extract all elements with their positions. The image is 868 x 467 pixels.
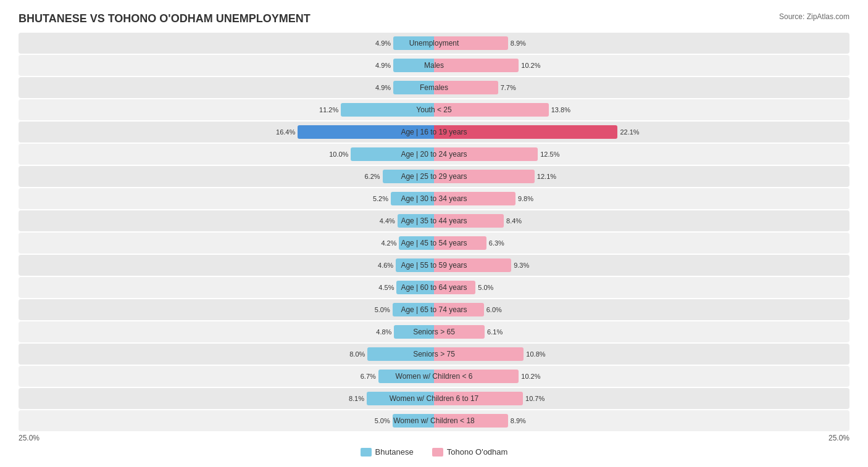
chart-row: 4.9% Males 10.2% [19,55,849,76]
row-inner-16: 8.1% Women w/ Children 6 to 17 10.7% [19,388,849,409]
source-label: Source: ZipAtlas.com [779,12,849,21]
row-inner-9: 4.2% Age | 45 to 54 years 6.3% [19,233,849,254]
row-inner-12: 5.0% Age | 65 to 74 years 6.0% [19,299,849,320]
row-label-0: Unemployment [407,39,462,48]
right-section-8: 8.4% [434,210,849,231]
chart-row: 11.2% Youth < 25 13.8% [19,99,849,120]
pink-label-1: 10.2% [519,62,540,69]
legend-blue-box [361,448,372,457]
left-section-11: 4.5% [19,277,434,298]
chart-row: 4.9% Females 7.7% [19,77,849,98]
row-inner-14: 8.0% Seniors > 75 10.8% [19,344,849,365]
right-section-10: 9.3% [434,255,849,276]
blue-label-17: 5.0% [375,417,393,424]
pink-label-16: 10.7% [523,395,545,402]
row-label-7: Age | 30 to 34 years [398,194,469,203]
left-section-4: 16.4% [19,122,434,143]
row-label-4: Age | 16 to 19 years [398,128,469,136]
axis-right: 25.0% [828,434,849,442]
legend-pink: Tohono O'odham [432,447,508,457]
blue-label-11: 4.5% [378,284,396,291]
axis-row: 25.0% 25.0% [19,434,849,442]
left-section-10: 4.6% [19,255,434,276]
left-section-0: 4.9% [19,33,434,54]
chart-row: 6.2% Age | 25 to 29 years 12.1% [19,166,849,187]
row-label-3: Youth < 25 [414,105,454,114]
blue-label-13: 4.8% [376,328,394,336]
row-inner-10: 4.6% Age | 55 to 59 years 9.3% [19,255,849,276]
row-inner-5: 10.0% Age | 20 to 24 years 12.5% [19,144,849,165]
left-section-3: 11.2% [19,99,434,120]
blue-label-0: 4.9% [375,39,393,47]
chart-row: 4.8% Seniors > 65 6.1% [19,321,849,342]
right-section-3: 13.8% [434,99,849,120]
row-label-8: Age | 35 to 44 years [398,217,469,225]
chart-row: 4.6% Age | 55 to 59 years 9.3% [19,255,849,276]
chart-row: 5.0% Women w/ Children < 18 8.9% [19,410,849,431]
blue-label-7: 5.2% [373,195,391,202]
legend-blue: Bhutanese [361,447,414,457]
blue-label-14: 8.0% [349,350,367,358]
chart-row: 5.0% Age | 65 to 74 years 6.0% [19,299,849,320]
row-label-14: Seniors > 75 [411,350,457,358]
right-section-6: 12.1% [434,166,849,187]
blue-label-8: 4.4% [380,217,398,225]
right-section-0: 8.9% [434,33,849,54]
row-label-15: Women w/ Children < 6 [393,372,475,381]
row-label-6: Age | 25 to 29 years [398,172,469,181]
legend-blue-label: Bhutanese [375,447,414,457]
blue-label-3: 11.2% [319,106,341,114]
pink-label-14: 10.8% [524,350,545,358]
row-inner-0: 4.9% Unemployment 8.9% [19,33,849,54]
left-section-16: 8.1% [19,388,434,409]
row-label-13: Seniors > 65 [411,328,457,336]
chart-area: 4.9% Unemployment 8.9% 4.9% Males [19,33,849,431]
row-inner-17: 5.0% Women w/ Children < 18 8.9% [19,410,849,431]
row-label-11: Age | 60 to 64 years [398,283,469,292]
pink-label-10: 9.3% [511,262,529,269]
right-section-5: 12.5% [434,144,849,165]
right-section-9: 6.3% [434,233,849,254]
chart-row: 8.0% Seniors > 75 10.8% [19,344,849,365]
chart-row: 4.9% Unemployment 8.9% [19,33,849,54]
blue-label-10: 4.6% [378,262,396,269]
right-section-12: 6.0% [434,299,849,320]
pink-label-4: 22.1% [617,128,639,136]
right-section-15: 10.2% [434,366,849,387]
right-section-4: 22.1% [434,122,849,143]
left-section-2: 4.9% [19,77,434,98]
row-label-17: Women w/ Children < 18 [391,416,477,425]
row-inner-11: 4.5% Age | 60 to 64 years 5.0% [19,277,849,298]
row-inner-2: 4.9% Females 7.7% [19,77,849,98]
right-section-17: 8.9% [434,410,849,431]
row-inner-1: 4.9% Males 10.2% [19,55,849,76]
left-section-15: 6.7% [19,366,434,387]
blue-label-5: 10.0% [329,151,351,158]
left-section-17: 5.0% [19,410,434,431]
left-section-5: 10.0% [19,144,434,165]
pink-label-12: 6.0% [484,306,502,313]
row-label-2: Females [417,83,451,92]
row-label-5: Age | 20 to 24 years [398,150,469,159]
legend-pink-label: Tohono O'odham [447,447,508,457]
row-inner-6: 6.2% Age | 25 to 29 years 12.1% [19,166,849,187]
left-section-14: 8.0% [19,344,434,365]
row-inner-7: 5.2% Age | 30 to 34 years 9.8% [19,188,849,209]
chart-row: 4.2% Age | 45 to 54 years 6.3% [19,233,849,254]
pink-label-5: 12.5% [538,151,559,158]
right-section-14: 10.8% [434,344,849,365]
pink-label-15: 10.2% [519,373,540,380]
row-inner-15: 6.7% Women w/ Children < 6 10.2% [19,366,849,387]
blue-label-9: 4.2% [381,239,399,247]
pink-label-6: 12.1% [535,173,556,180]
axis-left: 25.0% [19,434,40,442]
left-section-7: 5.2% [19,188,434,209]
pink-label-9: 6.3% [486,239,504,247]
right-section-11: 5.0% [434,277,849,298]
chart-title: BHUTANESE VS TOHONO O'ODHAM UNEMPLOYMENT [19,12,311,25]
blue-label-16: 8.1% [349,395,367,402]
right-section-7: 9.8% [434,188,849,209]
pink-label-3: 13.8% [549,106,570,114]
row-inner-8: 4.4% Age | 35 to 44 years 8.4% [19,210,849,231]
row-label-1: Males [422,61,446,70]
